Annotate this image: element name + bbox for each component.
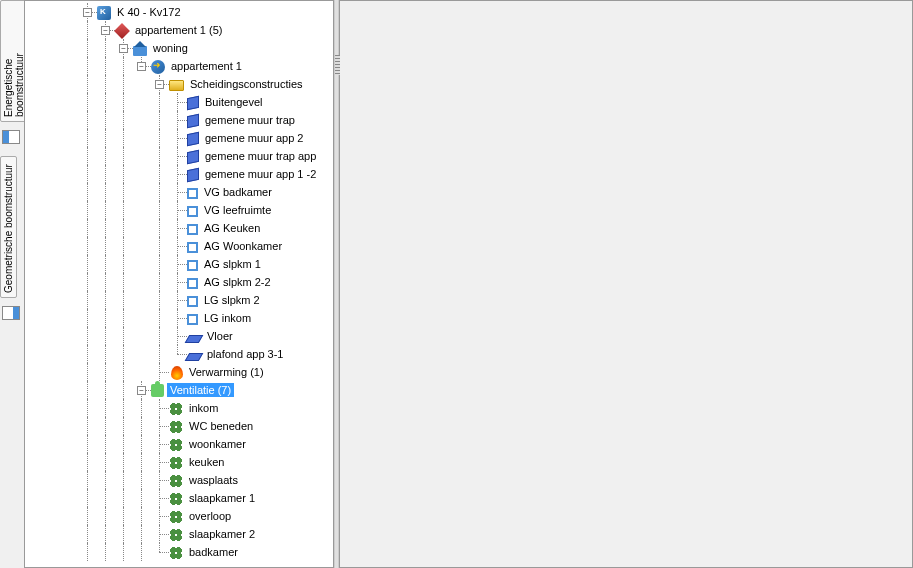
wall-icon xyxy=(187,150,199,165)
tree-node-woning[interactable]: − woning xyxy=(25,39,333,57)
node-label: VG leefruimte xyxy=(201,203,274,217)
room-icon xyxy=(187,278,198,289)
vent-icon xyxy=(169,510,183,524)
node-label: WC beneden xyxy=(186,419,256,433)
tab-geometric-tree[interactable]: Geometrische boomstructuur xyxy=(0,156,17,298)
floor-icon xyxy=(185,353,204,361)
tree-node-room[interactable]: AG Keuken xyxy=(25,219,333,237)
tree-node-verwarming[interactable]: Verwarming (1) xyxy=(25,363,333,381)
expander-icon[interactable]: − xyxy=(119,44,128,53)
tree-node-room[interactable]: AG Woonkamer xyxy=(25,237,333,255)
vent-icon xyxy=(169,438,183,452)
tree-node-vent-item[interactable]: slaapkamer 2 xyxy=(25,525,333,543)
tree-node-wall[interactable]: gemene muur trap app xyxy=(25,147,333,165)
sidebar-tabs: Energetische boomstructuur Geometrische … xyxy=(0,0,22,568)
tree-node-vent-item[interactable]: overloop xyxy=(25,507,333,525)
puzzle-icon xyxy=(151,384,164,397)
node-label: wasplaats xyxy=(186,473,241,487)
node-label: badkamer xyxy=(186,545,241,559)
node-label: woonkamer xyxy=(186,437,249,451)
tree-node-room[interactable]: AG slpkm 2-2 xyxy=(25,273,333,291)
expander-icon[interactable]: − xyxy=(83,8,92,17)
tree-node-vent-item[interactable]: keuken xyxy=(25,453,333,471)
folder-icon xyxy=(169,80,184,91)
unit-icon xyxy=(114,23,130,39)
vent-icon xyxy=(169,474,183,488)
tab-toggle-icon-1[interactable] xyxy=(2,130,20,144)
content-area xyxy=(339,0,913,568)
room-icon xyxy=(187,242,198,253)
node-label: keuken xyxy=(186,455,227,469)
tree-node-app-group[interactable]: − appartement 1 (5) xyxy=(25,21,333,39)
node-label: woning xyxy=(150,41,191,55)
node-label: K 40 - Kv172 xyxy=(114,5,184,19)
node-label: appartement 1 (5) xyxy=(132,23,225,37)
tree-node-floor[interactable]: Vloer xyxy=(25,327,333,345)
node-label-selected: Ventilatie (7) xyxy=(167,383,234,397)
tree-node-room[interactable]: VG leefruimte xyxy=(25,201,333,219)
node-label: slaapkamer 2 xyxy=(186,527,258,541)
room-icon xyxy=(187,188,198,199)
node-label: gemene muur app 1 -2 xyxy=(202,167,319,181)
tree-node-wall[interactable]: gemene muur app 1 -2 xyxy=(25,165,333,183)
node-label: AG Keuken xyxy=(201,221,263,235)
tree-node-wall[interactable]: gemene muur app 2 xyxy=(25,129,333,147)
vent-icon xyxy=(169,420,183,434)
node-label: Verwarming (1) xyxy=(186,365,267,379)
tree-node-wall[interactable]: gemene muur trap xyxy=(25,111,333,129)
vent-icon xyxy=(169,402,183,416)
tree-node-vent-item[interactable]: inkom xyxy=(25,399,333,417)
tree-node-room[interactable]: AG slpkm 1 xyxy=(25,255,333,273)
tree-view[interactable]: − K 40 - Kv172 − appartement 1 (5) − xyxy=(25,1,333,563)
tree-panel: − K 40 - Kv172 − appartement 1 (5) − xyxy=(24,0,334,568)
wall-icon xyxy=(187,168,199,183)
tree-node-room[interactable]: VG badkamer xyxy=(25,183,333,201)
floor-icon xyxy=(185,335,204,343)
room-icon xyxy=(187,224,198,235)
project-icon xyxy=(97,6,111,20)
node-label: VG badkamer xyxy=(201,185,275,199)
tab-toggle-icon-2[interactable] xyxy=(2,306,20,320)
tree-node-room[interactable]: LG inkom xyxy=(25,309,333,327)
node-label: AG slpkm 1 xyxy=(201,257,264,271)
splitter-grip-icon xyxy=(335,55,340,75)
node-label: Vloer xyxy=(204,329,236,343)
node-label: AG slpkm 2-2 xyxy=(201,275,274,289)
vent-icon xyxy=(169,546,183,560)
arrow-icon xyxy=(151,60,165,74)
tree-node-vent-item[interactable]: WC beneden xyxy=(25,417,333,435)
expander-icon[interactable]: − xyxy=(137,62,146,71)
node-label: appartement 1 xyxy=(168,59,245,73)
tree-node-vent-item[interactable]: slaapkamer 1 xyxy=(25,489,333,507)
wall-icon xyxy=(187,132,199,147)
tree-node-room[interactable]: LG slpkm 2 xyxy=(25,291,333,309)
tree-node-wall[interactable]: Buitengevel xyxy=(25,93,333,111)
tree-node-k40[interactable]: − K 40 - Kv172 xyxy=(25,3,333,21)
vent-icon xyxy=(169,492,183,506)
expander-icon[interactable]: − xyxy=(155,80,164,89)
tree-node-vent-item[interactable]: woonkamer xyxy=(25,435,333,453)
node-label: gemene muur app 2 xyxy=(202,131,306,145)
expander-icon[interactable]: − xyxy=(101,26,110,35)
home-icon xyxy=(133,46,147,56)
tree-node-vent-item[interactable]: badkamer xyxy=(25,543,333,561)
tree-node-ventilatie[interactable]: − Ventilatie (7) xyxy=(25,381,333,399)
room-icon xyxy=(187,206,198,217)
node-label: gemene muur trap xyxy=(202,113,298,127)
wall-icon xyxy=(187,114,199,129)
flame-icon xyxy=(171,366,183,380)
room-icon xyxy=(187,296,198,307)
node-label: overloop xyxy=(186,509,234,523)
tree-node-scheidings[interactable]: − Scheidingsconstructies xyxy=(25,75,333,93)
splitter[interactable] xyxy=(334,0,339,568)
tree-node-appartement[interactable]: − appartement 1 xyxy=(25,57,333,75)
vent-icon xyxy=(169,528,183,542)
expander-icon[interactable]: − xyxy=(137,386,146,395)
node-label: Scheidingsconstructies xyxy=(187,77,306,91)
tree-node-floor[interactable]: plafond app 3-1 xyxy=(25,345,333,363)
tree-node-vent-item[interactable]: wasplaats xyxy=(25,471,333,489)
node-label: slaapkamer 1 xyxy=(186,491,258,505)
node-label: inkom xyxy=(186,401,221,415)
node-label: gemene muur trap app xyxy=(202,149,319,163)
room-icon xyxy=(187,314,198,325)
